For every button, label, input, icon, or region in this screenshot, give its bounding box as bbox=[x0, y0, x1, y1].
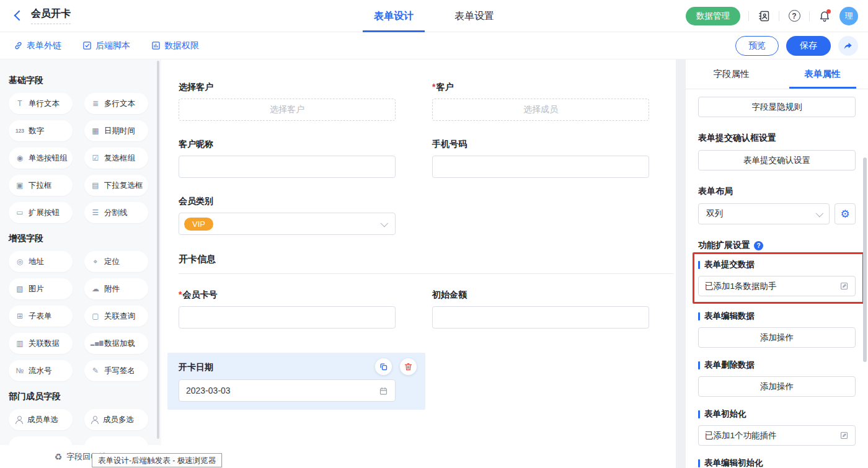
field-label: *客户 bbox=[432, 82, 649, 93]
initial-amount-input[interactable] bbox=[432, 306, 649, 329]
save-button[interactable]: 保存 bbox=[786, 36, 831, 56]
form-title[interactable]: 会员开卡 bbox=[31, 7, 71, 24]
section-member-fields: 部门成员字段 bbox=[9, 391, 153, 402]
delete-data-add-button[interactable]: 添加操作 bbox=[698, 376, 856, 397]
nickname-input[interactable] bbox=[179, 156, 396, 178]
group-title: 表单提交数据 bbox=[698, 259, 856, 270]
field-item-member-multi[interactable]: 成员多选 bbox=[84, 409, 148, 430]
section-divider bbox=[179, 273, 673, 274]
group-title: 表单初始化 bbox=[698, 408, 856, 420]
form-designer-app: 会员开卡 表单设计 表单设置 数据管理 ? bbox=[0, 0, 868, 468]
field-item-geolocation[interactable]: ⌖定位 bbox=[84, 251, 148, 272]
field-item-datetime[interactable]: ▦日期时间 bbox=[84, 120, 148, 141]
field-item-attachment[interactable]: ☁附件 bbox=[84, 278, 148, 299]
field-item-single-line-text[interactable]: T单行文本 bbox=[9, 93, 73, 114]
divider bbox=[748, 11, 749, 21]
field-item-member-single[interactable]: 成员单选 bbox=[9, 409, 73, 430]
edit-icon[interactable] bbox=[839, 281, 849, 291]
help-icon[interactable]: ? bbox=[787, 9, 801, 23]
tab-form-settings[interactable]: 表单设置 bbox=[453, 0, 495, 32]
panel-scrollbar[interactable] bbox=[863, 157, 867, 362]
toolbar-links: 表单外链 后端脚本 数据权限 bbox=[14, 40, 199, 51]
field-item-image[interactable]: ▧图片 bbox=[9, 278, 73, 299]
multi-line-text-icon: ≣ bbox=[91, 100, 100, 107]
recycle-icon: ♻ bbox=[55, 452, 63, 462]
edit-data-add-button[interactable]: 添加操作 bbox=[698, 327, 856, 348]
people-icon bbox=[91, 416, 99, 424]
avatar[interactable]: 理 bbox=[839, 7, 858, 25]
field-palette-sidebar: 基础字段 T单行文本 ≣多行文本 123数字 ▦日期时间 ◉单选按钮组 ☑复选框… bbox=[0, 60, 161, 468]
field-label: 手机号码 bbox=[432, 139, 649, 150]
field-item-dropdown[interactable]: ▣下拉框 bbox=[9, 175, 73, 196]
extension-settings-title: 功能扩展设置 ? bbox=[698, 240, 856, 251]
edit-icon[interactable] bbox=[839, 431, 849, 440]
field-item-serial-number[interactable]: №流水号 bbox=[9, 360, 73, 381]
single-line-text-icon: T bbox=[15, 100, 25, 107]
tab-form-design[interactable]: 表单设计 bbox=[373, 0, 415, 32]
data-manage-button[interactable]: 数据管理 bbox=[686, 7, 740, 25]
selected-field-open-date[interactable]: 开卡日期 2023-03-03 bbox=[167, 353, 425, 410]
member-type-select[interactable]: VIP bbox=[179, 213, 396, 235]
field-item-signature[interactable]: ✎手写签名 bbox=[84, 360, 148, 381]
submit-data-value[interactable]: 已添加1条数据助手 bbox=[698, 276, 856, 296]
open-date-input[interactable]: 2023-03-03 bbox=[179, 379, 396, 402]
share-button[interactable] bbox=[838, 36, 858, 56]
chevron-down-icon bbox=[381, 219, 389, 227]
linked-query-icon: ▢ bbox=[91, 312, 100, 320]
share-arrow-icon bbox=[843, 41, 853, 51]
form-init-value[interactable]: 已添加1个功能插件 bbox=[698, 425, 856, 446]
link-icon bbox=[14, 41, 23, 50]
blue-bar-icon bbox=[698, 261, 700, 269]
backend-script-action[interactable]: 后端脚本 bbox=[82, 40, 130, 51]
extension-help-icon[interactable]: ? bbox=[754, 241, 763, 250]
field-item-extend-button[interactable]: ▭扩展按钮 bbox=[9, 202, 73, 223]
field-item-radio-group[interactable]: ◉单选按钮组 bbox=[9, 148, 73, 169]
layout-settings-button[interactable]: ⚙ bbox=[835, 203, 856, 224]
field-customer-nickname[interactable]: 客户昵称 bbox=[179, 139, 396, 178]
card-no-input[interactable] bbox=[179, 306, 396, 329]
group-form-delete-data: 表单删除数据 添加操作 bbox=[698, 360, 856, 397]
field-member-type[interactable]: 会员类别 VIP bbox=[179, 196, 396, 235]
field-customer[interactable]: *客户 选择成员 bbox=[432, 82, 649, 121]
select-customer-input[interactable]: 选择客户 bbox=[179, 99, 396, 121]
required-asterisk: * bbox=[432, 82, 435, 92]
field-item-divider[interactable]: ☰分割线 bbox=[84, 202, 148, 223]
field-initial-amount[interactable]: 初始金额 bbox=[432, 289, 649, 329]
subform-icon: ⊞ bbox=[15, 312, 25, 320]
layout-select[interactable]: 双列 bbox=[698, 203, 830, 224]
section-title-card-info: 开卡信息 bbox=[179, 254, 676, 265]
form-canvas: 选择客户 选择客户 *客户 选择成员 客户昵称 手机号码 bbox=[161, 60, 676, 468]
field-item-multi-line-text[interactable]: ≣多行文本 bbox=[84, 93, 148, 114]
back-icon[interactable] bbox=[11, 9, 25, 23]
field-item-data-load[interactable]: ▂▅▇数据加载 bbox=[84, 333, 148, 354]
field-select-customer[interactable]: 选择客户 选择客户 bbox=[179, 82, 396, 121]
enhanced-fields-grid: ◎地址 ⌖定位 ▧图片 ☁附件 ⊞子表单 ▢关联查询 ▥关联数据 ▂▅▇数据加载… bbox=[0, 251, 161, 381]
tab-form-properties[interactable]: 表单属性 bbox=[777, 60, 868, 89]
field-item-subform[interactable]: ⊞子表单 bbox=[9, 306, 73, 327]
group-form-init: 表单初始化 已添加1个功能插件 bbox=[698, 408, 856, 446]
field-member-card-no[interactable]: *会员卡号 bbox=[179, 289, 396, 329]
field-item-multi-dropdown[interactable]: ▤下拉复选框 bbox=[84, 175, 148, 196]
notification-bell-icon[interactable] bbox=[818, 9, 831, 23]
preview-button[interactable]: 预览 bbox=[735, 36, 779, 56]
delete-field-button[interactable] bbox=[400, 358, 417, 375]
customer-member-input[interactable]: 选择成员 bbox=[432, 99, 649, 121]
field-item-number[interactable]: 123数字 bbox=[9, 120, 73, 141]
field-item-checkbox-group[interactable]: ☑复选框组 bbox=[84, 148, 148, 169]
field-item-address[interactable]: ◎地址 bbox=[9, 251, 73, 272]
copy-field-button[interactable] bbox=[375, 358, 392, 375]
contacts-icon[interactable] bbox=[757, 9, 771, 23]
form-toolbar: 表单外链 后端脚本 数据权限 预览 保存 bbox=[0, 32, 868, 60]
submit-confirm-section-title: 表单提交确认框设置 bbox=[698, 133, 856, 144]
data-permission-action[interactable]: 数据权限 bbox=[151, 40, 199, 51]
tab-field-properties[interactable]: 字段属性 bbox=[686, 60, 777, 89]
sidebar-scrollbar[interactable] bbox=[157, 61, 159, 439]
field-visibility-rules-button[interactable]: 字段显隐规则 bbox=[698, 97, 856, 117]
field-item-linked-data[interactable]: ▥关联数据 bbox=[9, 333, 73, 354]
submit-confirm-settings-button[interactable]: 表单提交确认设置 bbox=[698, 150, 856, 170]
phone-input[interactable] bbox=[432, 156, 649, 178]
field-phone-number[interactable]: 手机号码 bbox=[432, 139, 649, 178]
external-link-action[interactable]: 表单外链 bbox=[14, 40, 61, 51]
group-form-submit-data: 表单提交数据 已添加1条数据助手 bbox=[698, 259, 856, 296]
field-item-linked-query[interactable]: ▢关联查询 bbox=[84, 306, 148, 327]
